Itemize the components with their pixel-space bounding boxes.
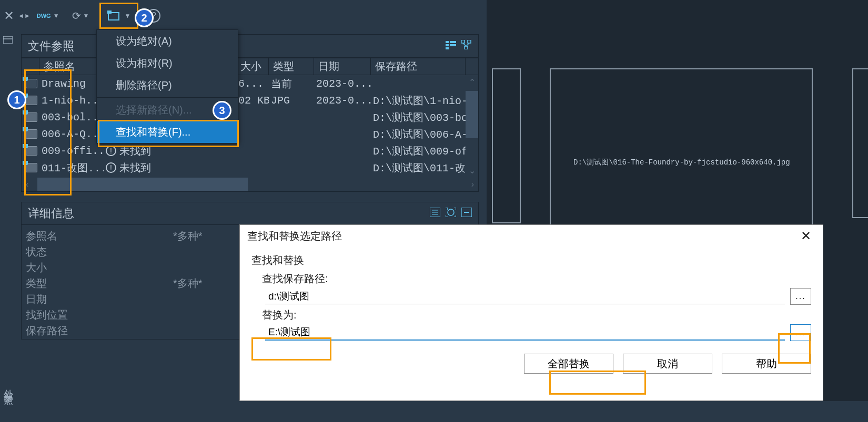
top-toolbar: ✕ ◄► DWG ▼ ⟳ ▼ ▼ ?: [0, 0, 487, 32]
table-header: 参照名 状态 大小 类型 日期 保存路径: [22, 58, 478, 75]
dialog-body: 查找和替换 查找保存路径: ... 替换为: ...: [240, 247, 823, 341]
details-label: 参照名: [26, 229, 173, 243]
warning-icon: !: [106, 162, 116, 173]
panel-icon[interactable]: [2, 34, 14, 46]
cell-date: 2023-0...: [314, 95, 371, 107]
collapse-icon[interactable]: [461, 208, 472, 220]
cell-date: 2023-0...: [314, 78, 371, 90]
cell-size: 02 KB: [236, 95, 269, 107]
sidebar-vertical-label: 外部参照: [2, 382, 15, 390]
dwg-ref-icon: C: [24, 77, 39, 90]
col-header-date[interactable]: 日期: [314, 58, 371, 75]
scrollbar-thumb[interactable]: [466, 91, 478, 138]
annotation-badge-3: 3: [213, 101, 231, 120]
image-ref-icon: C: [24, 110, 39, 124]
table-body: C Drawing 6... 当前 2023-0... C 1-nio-h...…: [22, 75, 478, 178]
cell-path: D:\测试图\1-nio-: [371, 94, 466, 108]
col-header-name[interactable]: 参照名: [39, 58, 104, 75]
browse-replace-button[interactable]: ...: [790, 324, 811, 341]
panel-header: 文件参照: [21, 34, 479, 58]
close-icon[interactable]: ✕: [796, 229, 815, 243]
dialog-section-label: 查找和替换: [251, 253, 811, 267]
col-header-path[interactable]: 保存路径: [371, 58, 466, 75]
horizontal-scrollbar[interactable]: ‹ ›: [22, 178, 478, 191]
close-icon[interactable]: ✕: [1, 8, 17, 24]
svg-rect-7: [450, 44, 456, 46]
table-row[interactable]: C 006-A-Q... D:\测试图\006-A-: [22, 126, 478, 142]
dwg-dropdown[interactable]: DWG ▼: [33, 5, 64, 26]
cell-name: 009-offi...: [39, 145, 104, 157]
cell-name: 003-bol...: [39, 111, 104, 123]
cell-path: D:\测试图\006-A-: [371, 127, 466, 141]
scrollbar-thumb[interactable]: [37, 178, 248, 191]
svg-rect-10: [468, 40, 471, 43]
col-header-type[interactable]: 类型: [269, 58, 314, 75]
details-value: *多种*: [173, 229, 203, 243]
path-context-menu: 设为绝对(A) 设为相对(R) 删除路径(P) 选择新路径(N)... 查找和替…: [96, 29, 238, 143]
dialog-titlebar[interactable]: 查找和替换选定路径 ✕: [240, 225, 823, 247]
tree-view-icon[interactable]: [461, 40, 472, 52]
arrows-icon[interactable]: ◄►: [18, 13, 31, 18]
vertical-scrollbar[interactable]: ⌃ ⌄: [466, 75, 478, 178]
chevron-down-icon: ▼: [83, 12, 89, 19]
dwg-label: DWG: [37, 13, 51, 19]
help-button[interactable]: 帮助: [722, 354, 811, 374]
table-row[interactable]: C 1-nio-h... 02 KB JPG 2023-0... D:\测试图\…: [22, 92, 478, 109]
left-sidebar-strip: 外部参照: [0, 32, 16, 401]
details-label: 类型: [26, 276, 173, 291]
path-dropdown[interactable]: ▼: [99, 3, 138, 29]
cell-name: 011-改图...: [39, 161, 104, 175]
menu-separator: [97, 97, 238, 98]
menu-set-absolute[interactable]: 设为绝对(A): [97, 30, 238, 52]
col-header-size[interactable]: 大小: [236, 58, 269, 75]
menu-remove-path[interactable]: 删除路径(P): [97, 74, 238, 96]
cell-status: !未找到: [104, 161, 236, 175]
cell-path: D:\测试图\011-改: [371, 161, 466, 175]
details-list-icon[interactable]: [430, 208, 440, 220]
svg-line-12: [463, 43, 466, 46]
scroll-up-icon: ⌃: [469, 77, 476, 87]
replace-all-button[interactable]: 全部替换: [524, 354, 613, 374]
list-view-icon[interactable]: [446, 40, 456, 52]
preview-icon[interactable]: [446, 208, 456, 220]
cell-path: D:\测试图\009-of: [371, 144, 466, 158]
svg-line-13: [466, 43, 469, 46]
details-title: 详细信息: [28, 205, 430, 221]
refresh-dropdown[interactable]: ⟳ ▼: [68, 5, 94, 26]
svg-point-18: [448, 209, 454, 215]
cell-name: Drawing: [39, 78, 104, 90]
menu-set-relative[interactable]: 设为相对(R): [97, 52, 238, 74]
scroll-right-icon: ›: [471, 180, 474, 189]
find-path-input[interactable]: [265, 289, 785, 304]
scroll-down-icon: ⌄: [469, 166, 476, 176]
table-row[interactable]: C 003-bol... D:\测试图\003-bo: [22, 109, 478, 126]
details-label: 保存路径: [26, 324, 173, 338]
chevron-down-icon: ▼: [124, 12, 130, 19]
cell-path: D:\测试图\003-bo: [371, 110, 466, 125]
refresh-icon: ⟳: [72, 9, 81, 22]
svg-rect-1: [107, 11, 112, 14]
cancel-button[interactable]: 取消: [623, 354, 712, 374]
svg-rect-4: [446, 41, 449, 43]
cell-name: 006-A-Q...: [39, 128, 104, 140]
cell-type: 当前: [269, 77, 314, 91]
cell-type: JPG: [269, 95, 314, 107]
table-row[interactable]: C Drawing 6... 当前 2023-0...: [22, 75, 478, 92]
col-header-icon[interactable]: [22, 58, 39, 75]
find-replace-dialog: 查找和替换选定路径 ✕ 查找和替换 查找保存路径: ... 替换为: ... 全…: [239, 224, 823, 401]
details-label: 颜色系统: [26, 339, 173, 340]
cell-size: 6...: [236, 78, 269, 90]
chevron-down-icon: ▼: [53, 12, 59, 19]
menu-find-replace[interactable]: 查找和替换(F)...: [97, 121, 238, 143]
drawing-path-text: D:\测试图\016-The-Foundry-by-fjcstudio-960x…: [573, 158, 790, 167]
table-row[interactable]: C 011-改图... !未找到 D:\测试图\011-改: [22, 159, 478, 176]
table-row[interactable]: C 009-offi... !未找到 D:\测试图\009-of: [22, 142, 478, 159]
details-value: *多种*: [173, 276, 203, 291]
drawing-rect-right: [852, 68, 868, 218]
browse-find-button[interactable]: ...: [790, 288, 811, 305]
drawing-rect-left: [492, 68, 521, 223]
replace-path-input[interactable]: [265, 325, 785, 341]
svg-rect-2: [3, 36, 13, 44]
annotation-badge-1: 1: [7, 90, 26, 109]
svg-rect-8: [446, 47, 449, 49]
